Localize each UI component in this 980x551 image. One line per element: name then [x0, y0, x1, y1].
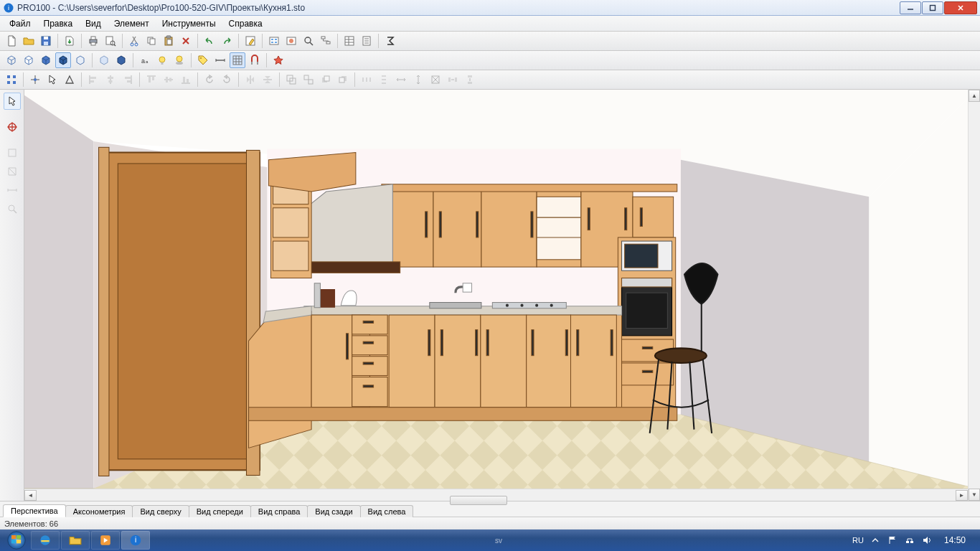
tray-lang[interactable]: RU: [852, 536, 864, 545]
select-tool[interactable]: [4, 93, 21, 110]
rotate-right-button[interactable]: [219, 72, 235, 88]
copy-button[interactable]: [143, 33, 159, 49]
align-top-button[interactable]: [143, 72, 159, 88]
wireframe-mode-button[interactable]: [4, 52, 19, 68]
undo-button[interactable]: [202, 33, 217, 49]
collision-button[interactable]: [270, 52, 286, 68]
tab-left[interactable]: Вид слева: [360, 505, 414, 517]
zoom-tool[interactable]: [4, 200, 21, 217]
viewport-3d[interactable]: [24, 90, 968, 489]
horizontal-scrollbar[interactable]: ◄ ►: [24, 489, 968, 501]
flip-h-button[interactable]: [242, 72, 258, 88]
dimension-tool[interactable]: [4, 182, 21, 199]
menu-edit[interactable]: Правка: [37, 17, 80, 30]
shadow-button[interactable]: [171, 52, 187, 68]
import-button[interactable]: [62, 33, 77, 49]
materials-button[interactable]: [283, 33, 299, 49]
taskbar-ie-icon[interactable]: [31, 531, 60, 550]
camera-tool[interactable]: [4, 118, 21, 136]
tray-show-hidden-icon[interactable]: [870, 534, 881, 546]
maximize-button[interactable]: [922, 1, 943, 14]
pricelist-button[interactable]: [341, 33, 357, 49]
shaded-button[interactable]: [113, 52, 129, 68]
menu-help[interactable]: Справка: [222, 17, 269, 30]
add-wall-tool[interactable]: [4, 144, 21, 161]
tray-network-icon[interactable]: [904, 534, 915, 546]
flip-v-button[interactable]: [260, 72, 275, 88]
tab-front[interactable]: Вид спереди: [189, 505, 251, 517]
distribute-h-button[interactable]: [359, 72, 374, 88]
tab-top[interactable]: Вид сверху: [132, 505, 189, 517]
full-mode-button[interactable]: [72, 52, 88, 68]
align-hcenter-button[interactable]: [103, 72, 118, 88]
start-button[interactable]: [3, 530, 30, 550]
tray-flag-icon[interactable]: [887, 534, 898, 546]
redo-button[interactable]: [219, 33, 235, 49]
align-bottom-button[interactable]: [178, 72, 194, 88]
shape-tool-button[interactable]: [62, 72, 77, 88]
scroll-right-arrow[interactable]: ►: [956, 490, 968, 501]
space-v-button[interactable]: [462, 72, 478, 88]
menu-view[interactable]: Вид: [79, 17, 108, 30]
snap-to-grid-button[interactable]: [27, 72, 43, 88]
dimensions-button[interactable]: [212, 52, 228, 68]
menu-element[interactable]: Элемент: [108, 17, 156, 30]
color-mode-button[interactable]: [38, 52, 54, 68]
space-h-button[interactable]: [445, 72, 461, 88]
print-button[interactable]: [85, 33, 101, 49]
minimize-button[interactable]: [900, 1, 921, 14]
tab-perspective[interactable]: Перспектива: [3, 504, 66, 517]
same-size-button[interactable]: [428, 72, 443, 88]
catalog-button[interactable]: [266, 33, 282, 49]
same-width-button[interactable]: [393, 72, 409, 88]
pointer-tool-button[interactable]: [44, 72, 60, 88]
tab-axonometry[interactable]: Аксонометрия: [65, 505, 133, 517]
move-front-button[interactable]: [318, 72, 334, 88]
add-shape-tool[interactable]: [4, 163, 21, 180]
new-file-button[interactable]: [4, 33, 19, 49]
properties-button[interactable]: [242, 33, 258, 49]
tab-back[interactable]: Вид сзади: [307, 505, 360, 517]
menu-file[interactable]: Файл: [3, 17, 37, 30]
cut-button[interactable]: [126, 33, 142, 49]
sketch-mode-button[interactable]: [21, 52, 37, 68]
scroll-thumb-h[interactable]: [450, 496, 507, 505]
save-button[interactable]: [38, 33, 54, 49]
bulb-icon[interactable]: [154, 52, 170, 68]
taskbar-pro100-icon[interactable]: i: [121, 531, 150, 550]
scroll-down-arrow[interactable]: ▼: [969, 489, 980, 501]
report-button[interactable]: [359, 33, 374, 49]
same-height-button[interactable]: [410, 72, 426, 88]
align-vcenter-button[interactable]: [161, 72, 176, 88]
scroll-left-arrow[interactable]: ◄: [24, 490, 37, 501]
delete-button[interactable]: [178, 33, 194, 49]
tray-volume-icon[interactable]: [921, 534, 933, 546]
open-file-button[interactable]: [21, 33, 37, 49]
grid-button[interactable]: [230, 52, 245, 68]
tag-button[interactable]: [195, 52, 211, 68]
zoom-button[interactable]: [301, 33, 316, 49]
align-left-button[interactable]: [85, 72, 101, 88]
taskbar-explorer-icon[interactable]: [61, 531, 90, 550]
transparent-button[interactable]: [96, 52, 112, 68]
print-preview-button[interactable]: [103, 33, 118, 49]
scroll-up-arrow[interactable]: ▲: [969, 90, 980, 102]
tab-right[interactable]: Вид справа: [250, 505, 308, 517]
snap-button[interactable]: [247, 52, 263, 68]
sum-button[interactable]: [382, 33, 398, 49]
tray-clock[interactable]: 14:50: [938, 535, 971, 545]
group-button[interactable]: [283, 72, 299, 88]
menu-tools[interactable]: Инструменты: [156, 17, 222, 30]
structure-button[interactable]: [318, 33, 334, 49]
rotate-left-button[interactable]: [202, 72, 217, 88]
texture-mode-button[interactable]: [55, 52, 71, 68]
labels-button[interactable]: aa: [137, 52, 153, 68]
vertical-scrollbar[interactable]: ▲ ▼: [968, 90, 980, 501]
ungroup-button[interactable]: [301, 72, 316, 88]
move-back-button[interactable]: [335, 72, 351, 88]
taskbar-media-icon[interactable]: [91, 531, 120, 550]
paste-button[interactable]: [161, 33, 176, 49]
close-button[interactable]: [944, 1, 977, 14]
select-all-icon[interactable]: [4, 72, 19, 88]
distribute-v-button[interactable]: [376, 72, 392, 88]
